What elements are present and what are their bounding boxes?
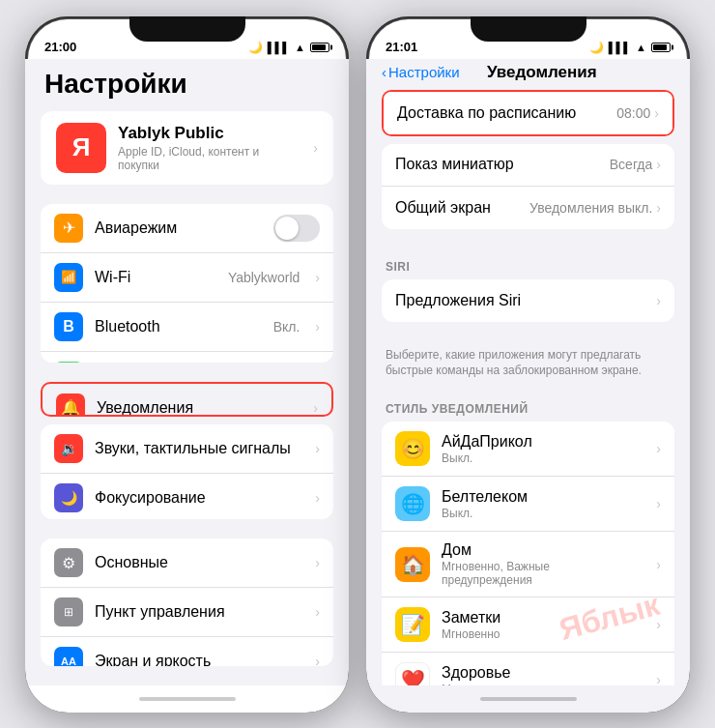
notifications-chevron: ›	[313, 400, 318, 416]
beltelecom-sub: Выкл.	[442, 507, 641, 520]
notifications-icon: 🔔	[56, 393, 85, 417]
general-row[interactable]: ⚙ Основные ›	[41, 539, 333, 588]
phone-1: 21:00 🌙 ▌▌▌ ▲ Настройки Я Yablyk Public …	[25, 16, 349, 713]
notifications-content: Доставка по расписанию 08:00 › Показ мин…	[366, 90, 690, 685]
schedule-section: Доставка по расписанию 08:00 ›	[382, 90, 674, 136]
notifications-highlighted[interactable]: 🔔 Уведомления ›	[41, 382, 333, 417]
dom-name: Дом	[442, 541, 641, 559]
schedule-chevron: ›	[654, 105, 659, 121]
apple-id-card[interactable]: Я Yablyk Public Apple ID, iCloud, контен…	[41, 111, 333, 185]
zdorovie-icon: ❤️	[395, 662, 430, 684]
thumbnails-row[interactable]: Показ миниатюр Всегда ›	[382, 144, 674, 187]
focus-icon: 🌙	[54, 483, 83, 512]
beltelecom-icon: 🌐	[395, 486, 430, 521]
siri-row[interactable]: Предложения Siri ›	[382, 279, 674, 322]
dom-icon: 🏠	[395, 547, 430, 582]
airplane-label: Авиарежим	[95, 219, 262, 237]
siri-chevron: ›	[656, 293, 661, 308]
signal-icon-2: ▌▌▌	[609, 42, 631, 53]
bluetooth-icon: Β	[54, 312, 83, 341]
wifi-label: Wi-Fi	[95, 269, 216, 286]
focus-row[interactable]: 🌙 Фокусирование ›	[41, 474, 333, 519]
sounds-row[interactable]: 🔉 Звуки, тактильные сигналы ›	[41, 424, 333, 474]
control-chevron: ›	[315, 604, 320, 620]
control-row[interactable]: ⊞ Пункт управления ›	[41, 588, 333, 637]
aidapriko-name: АйДаПрикол	[442, 433, 641, 451]
schedule-label: Доставка по расписанию	[397, 104, 616, 122]
display-row[interactable]: AA Экран и яркость ›	[41, 637, 333, 665]
status-time-1: 21:00	[44, 40, 76, 54]
thumbnails-chevron: ›	[656, 157, 661, 172]
beltelecom-info: Белтелеком Выкл.	[442, 488, 641, 520]
wifi-status-icon: ▲	[295, 42, 305, 53]
moon-icon: 🌙	[248, 41, 263, 54]
apple-id-name: Yablyk Public	[118, 124, 298, 143]
apps-group: 😊 АйДаПрикол Выкл. › 🌐 Белтелеком Выкл. …	[382, 422, 674, 684]
apple-id-chevron: ›	[313, 140, 318, 156]
zdorovie-chevron: ›	[656, 672, 661, 684]
aidapriko-icon: 😊	[395, 431, 430, 466]
bluetooth-chevron: ›	[315, 319, 320, 335]
home-indicator-2	[366, 685, 690, 713]
settings-screen: Настройки Я Yablyk Public Apple ID, iClo…	[25, 59, 349, 685]
siri-group: Предложения Siri ›	[382, 279, 674, 322]
siri-label: Предложения Siri	[395, 292, 652, 309]
app-row-zametki[interactable]: 📝 Заметки Мгновенно ›	[382, 597, 674, 653]
zametki-name: Заметки	[442, 609, 641, 626]
notifications-label: Уведомления	[97, 399, 298, 417]
zametki-sub: Мгновенно	[442, 627, 641, 641]
beltelecom-name: Белтелеком	[442, 488, 641, 506]
phone-2: 21:01 🌙 ▌▌▌ ▲ ‹ Настройки Уведомления До…	[366, 16, 690, 713]
back-chevron: ‹	[382, 64, 386, 80]
zametki-icon: 📝	[395, 607, 430, 642]
battery-icon-2	[651, 43, 671, 52]
signal-icon: ▌▌▌	[268, 42, 290, 53]
cellular-icon: 📡	[54, 362, 83, 363]
airplane-row[interactable]: ✈ Авиарежим	[41, 204, 333, 253]
nav-bar: ‹ Настройки Уведомления	[366, 59, 690, 90]
zametki-chevron: ›	[656, 617, 661, 632]
apple-id-text: Yablyk Public Apple ID, iCloud, контент …	[118, 124, 298, 172]
bluetooth-value: Вкл.	[273, 319, 300, 335]
app-row-beltelecom[interactable]: 🌐 Белтелеком Выкл. ›	[382, 477, 674, 532]
general-notif-group: Показ миниатюр Всегда › Общий экран Увед…	[382, 144, 674, 229]
wifi-value: Yablykworld	[228, 270, 300, 285]
status-icons-2: 🌙 ▌▌▌ ▲	[589, 41, 671, 54]
focus-label: Фокусирование	[95, 489, 300, 507]
style-section-header: СТИЛЬ УВЕДОМЛЕНИЙ	[382, 391, 674, 422]
app-row-aidapriko[interactable]: 😊 АйДаПрикол Выкл. ›	[382, 422, 674, 477]
sharescreen-row[interactable]: Общий экран Уведомления выкл. ›	[382, 187, 674, 229]
sharescreen-label: Общий экран	[395, 199, 529, 217]
zdorovie-name: Здоровье	[442, 664, 641, 682]
siri-section-header: SIRI	[382, 248, 674, 279]
page-title: Уведомления	[468, 63, 616, 82]
wifi-chevron: ›	[315, 270, 320, 285]
moon-icon-2: 🌙	[589, 41, 604, 54]
notch-1	[129, 16, 245, 42]
status-icons-1: 🌙 ▌▌▌ ▲	[248, 41, 329, 54]
back-label: Настройки	[388, 64, 460, 80]
control-label: Пункт управления	[95, 603, 300, 621]
sounds-label: Звуки, тактильные сигналы	[95, 440, 300, 457]
status-time-2: 21:01	[386, 40, 417, 54]
cellular-row[interactable]: 📡 Сотовая связь Выкл. ›	[41, 352, 333, 363]
home-indicator-1	[25, 685, 349, 713]
sharescreen-value: Уведомления выкл.	[529, 200, 652, 216]
bluetooth-row[interactable]: Β Bluetooth Вкл. ›	[41, 303, 333, 352]
beltelecom-chevron: ›	[656, 496, 661, 511]
nav-back-button[interactable]: ‹ Настройки	[382, 64, 460, 80]
wifi-row[interactable]: 📶 Wi-Fi Yablykworld ›	[41, 253, 333, 303]
siri-description: Выберите, какие приложения могут предлаг…	[382, 341, 674, 392]
notifications-row[interactable]: 🔔 Уведомления ›	[43, 384, 331, 417]
focus-chevron: ›	[315, 490, 320, 506]
apple-id-sub: Apple ID, iCloud, контент и покупки	[118, 145, 298, 172]
sounds-chevron: ›	[315, 441, 320, 456]
dom-info: Дом Мгновенно, Важные предупреждения	[442, 541, 641, 587]
schedule-row[interactable]: Доставка по расписанию 08:00 ›	[384, 92, 672, 134]
airplane-toggle[interactable]	[273, 215, 320, 242]
display-icon: AA	[54, 647, 83, 665]
app-row-dom[interactable]: 🏠 Дом Мгновенно, Важные предупреждения ›	[382, 532, 674, 597]
system-group: 🔉 Звуки, тактильные сигналы › 🌙 Фокусиро…	[41, 424, 333, 519]
notch-2	[471, 16, 586, 42]
app-row-zdorovie[interactable]: ❤️ Здоровье Мгновенно ›	[382, 653, 674, 684]
